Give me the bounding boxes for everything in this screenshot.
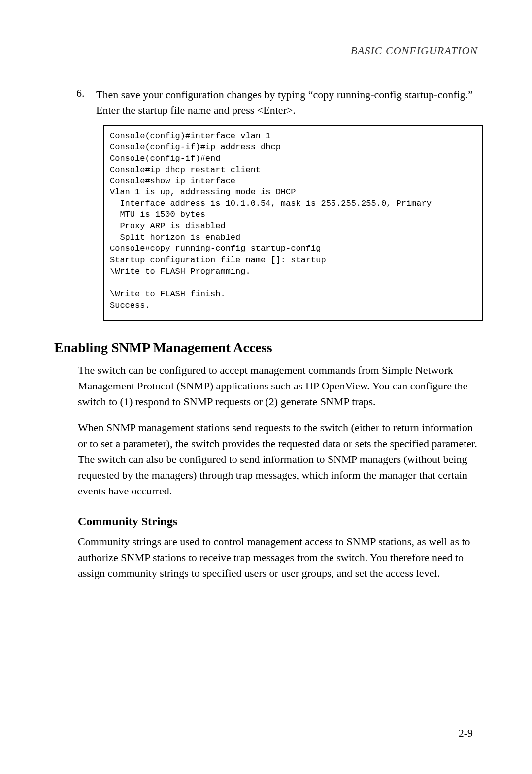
header-title: BASIC CONFIGURATION (351, 44, 478, 57)
page-header: BASIC CONFIGURATION (54, 44, 478, 57)
console-output: Console(config)#interface vlan 1 Console… (103, 125, 483, 321)
subsection-paragraph: Community strings are used to control ma… (78, 534, 478, 581)
page-number: 2-9 (459, 727, 473, 739)
numbered-step: 6. Then save your configuration changes … (76, 87, 478, 118)
step-text: Then save your configuration changes by … (96, 87, 478, 118)
section-paragraph-1: The switch can be configured to accept m… (78, 362, 478, 410)
step-number: 6. (76, 87, 96, 118)
subsection-heading: Community Strings (78, 515, 478, 528)
section-heading: Enabling SNMP Management Access (54, 340, 478, 355)
section-paragraph-2: When SNMP management stations send reque… (78, 420, 478, 498)
